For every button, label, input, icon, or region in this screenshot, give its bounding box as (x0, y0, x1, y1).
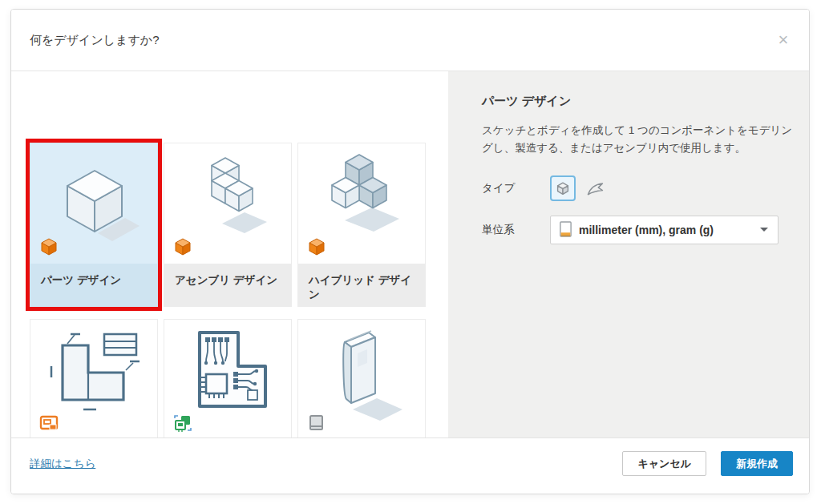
create-button[interactable]: 新規作成 (721, 451, 793, 476)
detail-description: スケッチとボディを作成して 1 つのコンポーネントをモデリングし、製造する、また… (482, 122, 801, 158)
unit-label: 単位系 (482, 223, 550, 237)
unit-system-dropdown[interactable]: millimeter (mm), gram (g) (550, 216, 779, 244)
tile-label: アセンブリ デザイン (164, 264, 291, 307)
drawing-sheet-icon (38, 413, 59, 433)
library-book-icon (306, 413, 327, 433)
footer-buttons: キャンセル 新規作成 (622, 451, 793, 476)
tile-assembly-design[interactable]: アセンブリ デザイン (164, 143, 292, 307)
dialog-header: 何をデザインしますか? × (11, 10, 809, 71)
orange-cube-icon (38, 236, 59, 257)
dialog-title: 何をデザインしますか? (30, 33, 160, 48)
tile-hybrid-design[interactable]: ハイブリッド デザイン (297, 143, 426, 307)
learn-more-link[interactable]: 詳細はこちら (30, 457, 95, 471)
orange-cube-icon (306, 236, 327, 257)
tile-image-area (164, 143, 291, 264)
electronics-chip-icon (172, 413, 193, 433)
type-label: タイプ (482, 181, 550, 196)
new-design-dialog: 何をデザインしますか? × (10, 9, 810, 494)
tile-label: ハイブリッド デザイン (298, 264, 425, 307)
tile-image-area (30, 320, 157, 440)
dropdown-caret-icon (760, 228, 768, 232)
detail-panel: パーツ デザイン スケッチとボディを作成して 1 つのコンポーネントをモデリング… (448, 71, 810, 438)
orange-cube-icon (172, 236, 193, 257)
tile-image-area (30, 143, 157, 264)
detail-title: パーツ デザイン (482, 94, 787, 109)
document-unit-icon (559, 221, 572, 238)
solid-body-icon (554, 179, 572, 197)
dialog-footer: 詳細はこちら キャンセル 新規作成 (11, 437, 809, 494)
tile-image-area (298, 143, 425, 264)
type-surface-button[interactable] (582, 175, 608, 201)
surface-body-icon (585, 179, 605, 197)
cancel-button[interactable]: キャンセル (622, 451, 706, 476)
unit-row: 単位系 millimeter (mm), gram (g) (482, 216, 787, 244)
dialog-body: パーツ デザイン (11, 71, 809, 438)
tile-label: パーツ デザイン (30, 264, 157, 307)
close-icon[interactable]: × (770, 27, 796, 53)
tile-part-design[interactable]: パーツ デザイン (30, 143, 158, 307)
type-row: タイプ (482, 175, 787, 201)
tile-image-area (164, 320, 291, 440)
tile-image-area (298, 320, 425, 440)
unit-value: millimeter (mm), gram (g) (579, 224, 760, 236)
type-solid-button[interactable] (550, 175, 576, 201)
